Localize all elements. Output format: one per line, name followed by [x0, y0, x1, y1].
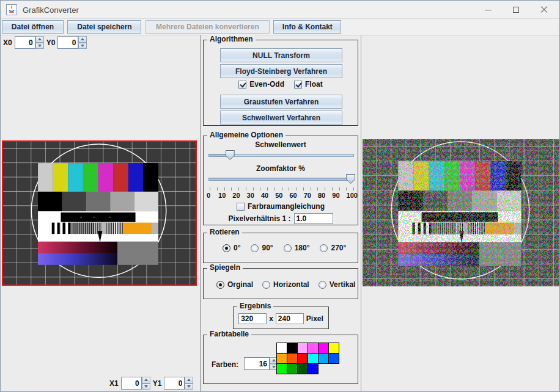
- mirror-horizontal-radio[interactable]: [262, 281, 270, 289]
- tick-label: 70: [304, 192, 311, 199]
- color-count-spinner: [244, 357, 278, 370]
- group-mirror-title: Spiegeln: [207, 263, 243, 272]
- rotate-180-radio[interactable]: [284, 244, 292, 252]
- x1-up-button[interactable]: [142, 377, 150, 383]
- palette-swatch: [287, 353, 298, 364]
- rotate-270-radio[interactable]: [320, 244, 328, 252]
- title-bar: GrafikConverter: [1, 1, 559, 19]
- palette-swatch: [276, 363, 287, 374]
- mirror-options-row: Orginal Horizontal Vertikal: [216, 280, 355, 289]
- left-panel-divider: [201, 35, 201, 391]
- right-panel-divider: [361, 35, 361, 391]
- mirror-vertical-radio[interactable]: [319, 281, 326, 289]
- down-arrow-icon: [38, 45, 42, 47]
- result-size-row: x Pixel: [234, 313, 328, 324]
- y0-spinner: [57, 36, 87, 49]
- x1-input[interactable]: [121, 377, 142, 390]
- down-arrow-icon: [81, 45, 84, 47]
- tick-label: 60: [289, 192, 297, 199]
- rotate-0-radio[interactable]: [223, 244, 230, 252]
- y0-input[interactable]: [57, 36, 78, 49]
- tick-label: 10: [218, 192, 226, 199]
- group-result: Ergebnis x Pixel: [233, 307, 329, 329]
- mirror-vertical-option[interactable]: Vertikal: [319, 280, 356, 289]
- down-arrow-icon: [272, 366, 276, 368]
- mirror-original-radio[interactable]: [216, 281, 224, 289]
- x1-down-button[interactable]: [142, 383, 150, 390]
- even-odd-option[interactable]: Even-Odd: [238, 80, 284, 89]
- y1-down-button[interactable]: [185, 383, 193, 390]
- rotate-90-label: 90°: [262, 244, 273, 252]
- result-width-input[interactable]: [238, 313, 267, 324]
- toolbar: Datei öffnen Datei speichern Mehrere Dat…: [1, 19, 559, 35]
- palette-row: [276, 353, 339, 363]
- even-odd-checkbox[interactable]: [238, 81, 246, 89]
- y1-up-button[interactable]: [185, 377, 193, 383]
- colorspace-option[interactable]: Farbraumangleichung: [237, 202, 325, 211]
- float-checkbox[interactable]: [294, 81, 302, 89]
- colorspace-checkbox[interactable]: [237, 203, 245, 211]
- mirror-original-option[interactable]: Orginal: [216, 280, 253, 289]
- end-coords-row: X1 Y1: [109, 377, 193, 390]
- colorspace-row: Farbraumangleichung: [204, 202, 358, 211]
- source-image-canvas[interactable]: [2, 140, 197, 286]
- zoom-slider-tick-labels: 0 10 20 30 40 50 60 70 80 90 100: [205, 192, 358, 199]
- rotate-0-label: 0°: [234, 244, 240, 252]
- group-result-title: Ergebnis: [237, 302, 273, 310]
- rotate-270-label: 270°: [331, 244, 346, 252]
- result-height-input[interactable]: [276, 313, 304, 324]
- rotate-180-option[interactable]: 180°: [284, 244, 310, 252]
- grayscale-button[interactable]: Graustufen Verfahren: [220, 95, 342, 109]
- tick-label: 90: [332, 192, 339, 199]
- java-coffee-icon: [7, 5, 16, 14]
- zoom-slider-ticks: [210, 187, 354, 191]
- palette-swatch: [276, 343, 287, 354]
- palette-swatch: [308, 353, 319, 364]
- maximize-icon: [513, 7, 519, 13]
- rotate-90-option[interactable]: 90°: [251, 244, 273, 252]
- rotate-0-option[interactable]: 0°: [223, 244, 240, 252]
- y1-spinner: [164, 377, 193, 390]
- maximize-button[interactable]: [502, 1, 530, 19]
- open-file-button[interactable]: Datei öffnen: [2, 20, 64, 34]
- color-palette-grid: [276, 343, 339, 374]
- y0-down-button[interactable]: [78, 43, 87, 49]
- x0-down-button[interactable]: [35, 43, 44, 49]
- pixel-ratio-label: Pixelverhältnis 1 :: [228, 214, 290, 223]
- x1-label: X1: [109, 379, 119, 388]
- mirror-horizontal-option[interactable]: Horizontal: [262, 280, 309, 289]
- floyd-steinberg-button[interactable]: Floyd-Steinberg Verfahren: [220, 64, 342, 78]
- rotate-270-option[interactable]: 270°: [320, 244, 346, 252]
- threshold-slider-thumb[interactable]: [226, 150, 235, 160]
- result-unit-label: Pixel: [306, 314, 323, 323]
- up-arrow-icon: [272, 359, 276, 361]
- color-count-input[interactable]: [244, 357, 270, 370]
- palette-swatch: [287, 343, 298, 354]
- convert-multiple-button: Mehrere Dateien konvertieren: [146, 20, 270, 34]
- tick-label: 40: [261, 192, 268, 199]
- threshold-button[interactable]: Schwellwert Verfahren: [220, 111, 342, 125]
- save-file-button[interactable]: Datei speichern: [67, 20, 141, 34]
- float-option[interactable]: Float: [294, 80, 323, 89]
- group-general-options: Allgemeine Optionen Schwellenwert Zoomfa…: [203, 136, 358, 225]
- zoom-slider-thumb[interactable]: [346, 174, 355, 184]
- tick-label: 80: [318, 192, 325, 199]
- x0-up-button[interactable]: [35, 36, 44, 43]
- y1-input[interactable]: [164, 377, 185, 390]
- palette-row: [276, 363, 339, 374]
- group-rotate: Rotieren 0° 90° 180° 270°: [203, 233, 358, 263]
- pixel-ratio-input[interactable]: [294, 213, 333, 224]
- info-contact-button[interactable]: Info & Kontakt: [273, 20, 341, 34]
- null-transform-button[interactable]: NULL Transform: [220, 48, 342, 62]
- close-button[interactable]: [530, 1, 558, 19]
- zoom-slider[interactable]: [208, 173, 354, 184]
- y0-up-button[interactable]: [78, 36, 87, 43]
- palette-swatch: [276, 353, 287, 364]
- palette-swatch: [308, 343, 319, 354]
- threshold-slider[interactable]: [208, 150, 354, 161]
- x0-input[interactable]: [15, 36, 35, 49]
- minimize-button[interactable]: [474, 1, 502, 19]
- rotate-90-radio[interactable]: [251, 244, 259, 252]
- palette-swatch: [308, 363, 319, 374]
- down-arrow-icon: [144, 385, 148, 388]
